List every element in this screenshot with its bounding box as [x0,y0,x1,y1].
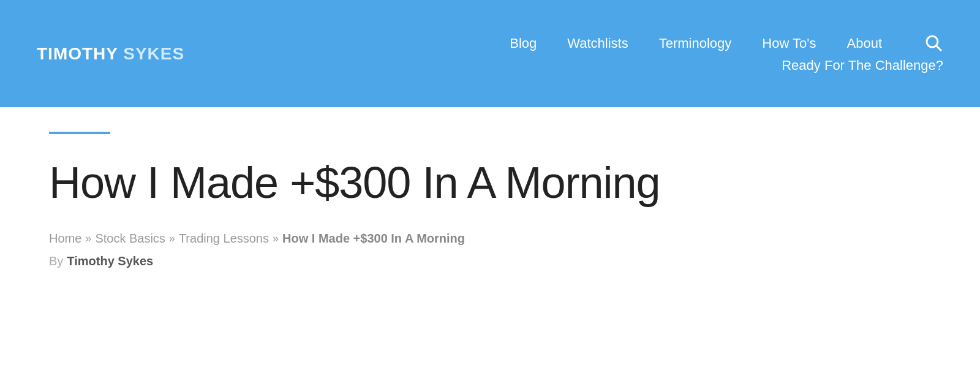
breadcrumb-trading-lessons[interactable]: Trading Lessons [179,232,269,246]
nav-item-terminology[interactable]: Terminology [659,36,732,51]
nav-top: Blog Watchlists Terminology How To's Abo… [510,34,943,53]
breadcrumb-home[interactable]: Home [49,232,81,246]
page-title: How I Made +$300 In A Morning [49,159,931,207]
nav-bottom: Ready For The Challenge? [782,58,943,74]
nav-item-challenge[interactable]: Ready For The Challenge? [782,58,943,74]
accent-line [49,132,110,134]
breadcrumb-sep-3: » [273,232,279,245]
breadcrumb: Home » Stock Basics » Trading Lessons » … [49,232,931,246]
author-name[interactable]: Timothy Sykes [67,254,153,268]
nav-item-blog[interactable]: Blog [510,36,537,51]
logo[interactable]: TIMOTHY SYKES [37,44,184,64]
author-by-label: By [49,254,63,268]
svg-line-1 [937,46,941,51]
site-header: TIMOTHY SYKES Blog Watchlists Terminolog… [0,0,980,107]
breadcrumb-current: How I Made +$300 In A Morning [282,232,465,246]
breadcrumb-sep-2: » [169,232,175,245]
logo-last: SYKES [123,44,184,63]
breadcrumb-stock-basics[interactable]: Stock Basics [95,232,165,246]
svg-point-0 [927,36,938,47]
nav-item-about[interactable]: About [847,36,883,51]
author-line: By Timothy Sykes [49,254,931,268]
logo-first: TIMOTHY [37,44,118,63]
main-content: How I Made +$300 In A Morning Home » Sto… [0,107,980,293]
nav-item-howtos[interactable]: How To's [762,36,816,51]
breadcrumb-sep-1: » [85,232,91,245]
nav-container: Blog Watchlists Terminology How To's Abo… [510,34,943,74]
nav-item-watchlists[interactable]: Watchlists [567,36,628,51]
search-icon[interactable] [925,34,943,53]
